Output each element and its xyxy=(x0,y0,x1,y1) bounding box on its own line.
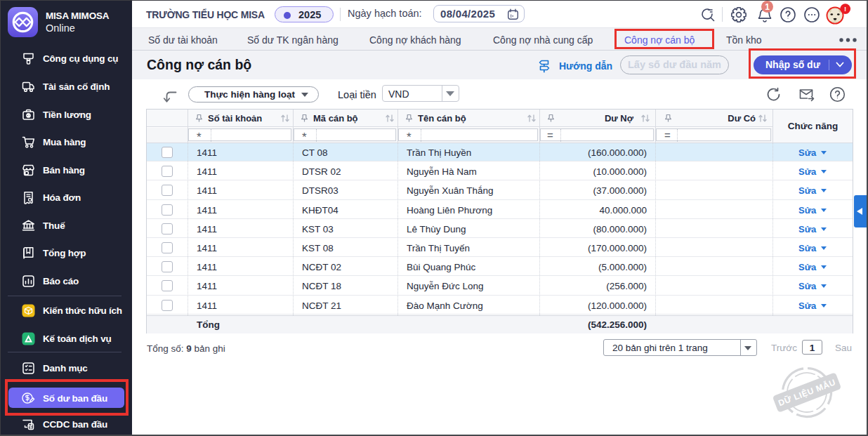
svg-text:1: 1 xyxy=(765,2,770,12)
svg-text:!: ! xyxy=(844,5,846,13)
